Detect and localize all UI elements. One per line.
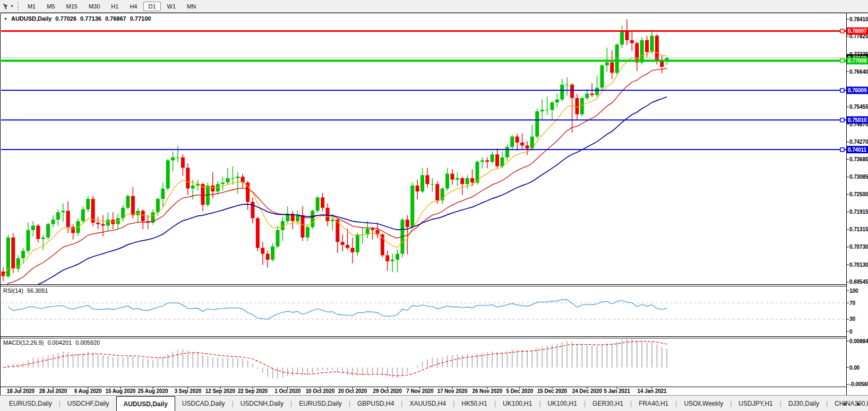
chart-tab-uk100-h1[interactable]: UK100,H1 bbox=[541, 396, 584, 411]
candle-body bbox=[595, 88, 599, 95]
chart-canvas[interactable]: 0.784100.778250.772250.766400.754550.748… bbox=[0, 0, 868, 411]
chart-tab-uk100-h1[interactable]: UK100,H1 bbox=[496, 396, 539, 411]
cursor-tool-button[interactable] bbox=[1, 2, 10, 11]
collapse-triangle-icon[interactable]: ▼ bbox=[4, 17, 7, 21]
chart-tab-ger30-h1[interactable]: GER30,H1 bbox=[586, 396, 630, 411]
candle-body bbox=[21, 251, 25, 258]
timeframe-button-W1[interactable]: W1 bbox=[162, 2, 181, 11]
chart-tab-dj30-daily[interactable]: DJ30,Daily bbox=[781, 396, 826, 411]
candle-body bbox=[296, 215, 299, 221]
candle-body bbox=[131, 196, 135, 215]
toolbar-grip[interactable] bbox=[18, 2, 19, 10]
candle-body bbox=[81, 209, 85, 221]
chart-tab-hk50-h1[interactable]: HK50,H1 bbox=[454, 396, 494, 411]
candle-body bbox=[36, 225, 40, 239]
axis-label: 0.73685 bbox=[849, 156, 868, 162]
candle-body bbox=[431, 184, 434, 185]
candle-body bbox=[261, 248, 264, 253]
candle-body bbox=[231, 178, 235, 179]
chart-tab-fra40-h1[interactable]: FRA40,H1 bbox=[632, 396, 675, 411]
axis-label: 10 Oct 2020 bbox=[306, 388, 335, 394]
candle-body bbox=[640, 40, 644, 63]
candle-body bbox=[186, 168, 190, 188]
axis-label: 0.73085 bbox=[849, 174, 868, 180]
candle-body bbox=[251, 202, 255, 218]
timeframe-button-M1[interactable]: M1 bbox=[23, 2, 40, 11]
chart-tab-usdjpy-h1[interactable]: USDJPY,H1 bbox=[732, 396, 779, 411]
chart-tabs: EURUSD,Daily|USDCHF,DailyAUDUSD,DailyUSD… bbox=[0, 396, 868, 411]
axis-label: 0.70130 bbox=[849, 262, 868, 268]
candle-body bbox=[426, 175, 429, 184]
candle-body bbox=[236, 177, 239, 178]
chart-tab-eurusd-daily[interactable]: EURUSD,Daily bbox=[292, 396, 349, 411]
candle-body bbox=[256, 218, 260, 248]
candle-body bbox=[460, 178, 464, 184]
timeframe-button-D1[interactable]: D1 bbox=[143, 2, 160, 11]
candle-body bbox=[266, 254, 270, 260]
axis-label: 5 Jan 2021 bbox=[604, 388, 630, 394]
hline-handle[interactable] bbox=[840, 118, 844, 122]
chart-tab-usdcnh-daily[interactable]: USDCNH,Daily bbox=[234, 396, 290, 411]
trading-platform-window: 0.784100.778250.772250.766400.754550.748… bbox=[0, 0, 868, 411]
timeframe-button-H4[interactable]: H4 bbox=[125, 2, 142, 11]
axis-label: 15 Dec 2020 bbox=[537, 388, 568, 394]
ohlc-close: 0.77100 bbox=[130, 15, 151, 22]
hline-handle[interactable] bbox=[840, 29, 844, 33]
chevron-down-icon[interactable]: ▼ bbox=[10, 4, 14, 8]
candle-body bbox=[410, 186, 414, 227]
timeframe-toolbar: M1M5M15M30H1H4D1W1MN bbox=[23, 2, 201, 11]
chart-tab-xauusd-h4[interactable]: XAUUSD,H4 bbox=[402, 396, 453, 411]
candle-body bbox=[560, 85, 564, 100]
hline-handle[interactable] bbox=[840, 89, 844, 92]
timeframe-button-H1[interactable]: H1 bbox=[106, 2, 123, 11]
tabs-scroll-right-button[interactable]: ► bbox=[856, 401, 862, 407]
candle-body bbox=[126, 196, 130, 207]
timeframe-button-MN[interactable]: MN bbox=[182, 2, 201, 11]
chart-tab-eurusd-daily[interactable]: EURUSD,Daily bbox=[2, 396, 59, 411]
timeframe-button-M5[interactable]: M5 bbox=[42, 2, 59, 11]
candle-body bbox=[346, 245, 349, 248]
tabs-scroll-arrows: ◄ ► bbox=[841, 396, 862, 411]
chart-tab-usdchf-daily[interactable]: USDCHF,Daily bbox=[61, 396, 116, 411]
candle-body bbox=[301, 215, 305, 238]
chart-tab-usdcad-daily[interactable]: USDCAD,Daily bbox=[175, 396, 232, 411]
top-toolbar: ▼ M1M5M15M30H1H4D1W1MN bbox=[0, 0, 868, 13]
axis-label: 0.74011 bbox=[848, 147, 866, 153]
candle-body bbox=[520, 143, 524, 146]
hline-handle[interactable] bbox=[840, 148, 844, 152]
candle-body bbox=[211, 186, 214, 191]
chart-tab-audusd-daily[interactable]: AUDUSD,Daily bbox=[116, 396, 175, 411]
candle-body bbox=[121, 208, 125, 218]
hline-handle[interactable] bbox=[840, 59, 844, 63]
axis-label: 0.74270 bbox=[849, 139, 868, 145]
ohlc-open: 0.77026 bbox=[55, 15, 76, 22]
candle-body bbox=[600, 65, 604, 88]
candle-body bbox=[645, 40, 649, 52]
axis-label: 100 bbox=[849, 288, 858, 294]
candle-body bbox=[106, 220, 110, 225]
candle-body bbox=[241, 177, 245, 182]
axis-label: 20 Oct 2020 bbox=[338, 388, 367, 394]
macd-signal-value: 0.005920 bbox=[75, 339, 100, 346]
axis-label: 0.72500 bbox=[849, 191, 868, 197]
axis-label: 0.76640 bbox=[849, 69, 868, 75]
candle-body bbox=[515, 137, 519, 143]
candle-body bbox=[226, 178, 230, 182]
chart-tab-gbpusd-h4[interactable]: GBPUSD,H4 bbox=[350, 396, 401, 411]
candle-body bbox=[495, 154, 499, 166]
axis-label: 25 Aug 2020 bbox=[138, 388, 168, 394]
candle-body bbox=[485, 160, 489, 162]
axis-label: 0.71915 bbox=[849, 209, 868, 215]
axis-label: 24 Dec 2020 bbox=[572, 388, 603, 394]
axis-label: 0.71315 bbox=[849, 226, 868, 232]
chart-tab-usoil-weekly[interactable]: USOil,Weekly bbox=[677, 396, 730, 411]
axis-label: 7 Nov 2020 bbox=[406, 388, 434, 394]
timeframe-button-M15[interactable]: M15 bbox=[62, 2, 82, 11]
candle-body bbox=[71, 227, 75, 233]
axis-label: 26 Nov 2020 bbox=[472, 388, 502, 394]
candle-body bbox=[41, 238, 45, 239]
tabs-scroll-left-button[interactable]: ◄ bbox=[841, 401, 847, 407]
candle-body bbox=[445, 173, 449, 188]
candle-body bbox=[161, 188, 165, 199]
timeframe-button-M30[interactable]: M30 bbox=[84, 2, 105, 11]
